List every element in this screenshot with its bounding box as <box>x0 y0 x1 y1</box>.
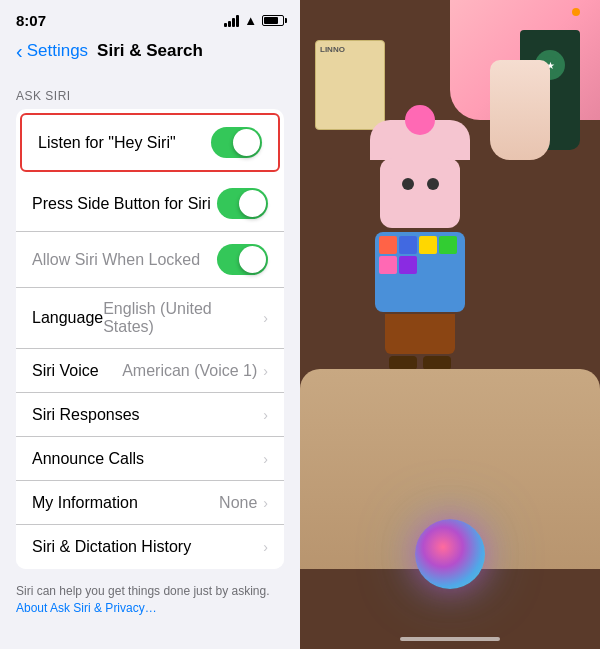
my-information-value: None <box>219 494 257 512</box>
press-side-button-row[interactable]: Press Side Button for Siri <box>16 176 284 232</box>
nav-header: ‹ Settings Siri & Search <box>0 33 300 73</box>
siri-responses-chevron-icon: › <box>263 407 268 423</box>
allow-siri-locked-row[interactable]: Allow Siri When Locked <box>16 232 284 288</box>
home-indicator <box>400 637 500 641</box>
ask-siri-footer-text: Siri can help you get things done just b… <box>16 584 270 598</box>
my-information-label: My Information <box>32 494 138 512</box>
settings-panel: 8:07 ▲ ‹ Settings Siri & Search ASK SIRI… <box>0 0 300 649</box>
status-time: 8:07 <box>16 12 46 29</box>
lego-hat-pom <box>405 105 435 135</box>
siri-voice-label: Siri Voice <box>32 362 99 380</box>
wifi-icon: ▲ <box>244 13 257 28</box>
lego-figure <box>340 120 500 380</box>
back-label: Settings <box>27 41 88 61</box>
language-right: English (United States) › <box>103 300 268 336</box>
listen-hey-siri-toggle[interactable] <box>211 127 262 158</box>
hand-area <box>490 60 570 180</box>
lego-blocks <box>375 232 475 278</box>
signal-icon <box>224 15 239 27</box>
my-information-row[interactable]: My Information None › <box>16 481 284 525</box>
allow-siri-locked-toggle[interactable] <box>217 244 268 275</box>
lego-eyes <box>380 158 460 190</box>
content-from-apple-section-header: CONTENT FROM APPLE <box>0 629 300 642</box>
back-chevron-icon: ‹ <box>16 41 23 61</box>
ask-siri-section-header: ASK SIRI <box>0 73 300 109</box>
siri-dictation-history-chevron-icon: › <box>263 539 268 555</box>
lego-head <box>380 158 460 228</box>
ask-siri-footer: Siri can help you get things done just b… <box>0 577 300 629</box>
siri-dictation-history-label: Siri & Dictation History <box>32 538 191 556</box>
listen-hey-siri-label: Listen for "Hey Siri" <box>38 134 176 152</box>
back-button[interactable]: ‹ Settings <box>16 41 88 61</box>
siri-dictation-history-row[interactable]: Siri & Dictation History › <box>16 525 284 569</box>
lego-legs <box>385 314 455 354</box>
box-area: LINNO <box>315 40 385 130</box>
siri-voice-value: American (Voice 1) <box>122 362 257 380</box>
allow-siri-locked-label: Allow Siri When Locked <box>32 251 200 269</box>
lego-body <box>375 232 465 312</box>
lego-eye-left <box>402 178 414 190</box>
press-side-button-toggle[interactable] <box>217 188 268 219</box>
language-value: English (United States) <box>103 300 257 336</box>
box-label: LINNO <box>316 41 384 58</box>
notification-dot <box>572 8 580 16</box>
lego-feet <box>340 356 500 370</box>
announce-calls-chevron-icon: › <box>263 451 268 467</box>
siri-voice-right: American (Voice 1) › <box>122 362 268 380</box>
language-row[interactable]: Language English (United States) › <box>16 288 284 349</box>
siri-voice-row[interactable]: Siri Voice American (Voice 1) › <box>16 349 284 393</box>
settings-content: ASK SIRI Listen for "Hey Siri" Press Sid… <box>0 73 300 642</box>
siri-orb <box>415 519 485 589</box>
my-information-right: None › <box>219 494 268 512</box>
announce-calls-row[interactable]: Announce Calls › <box>16 437 284 481</box>
page-title: Siri & Search <box>97 41 203 61</box>
siri-voice-chevron-icon: › <box>263 363 268 379</box>
battery-icon <box>262 15 284 26</box>
siri-responses-label: Siri Responses <box>32 406 140 424</box>
language-chevron-icon: › <box>263 310 268 326</box>
my-information-chevron-icon: › <box>263 495 268 511</box>
lego-eye-right <box>427 178 439 190</box>
ask-siri-group: Listen for "Hey Siri" Press Side Button … <box>16 109 284 569</box>
listen-hey-siri-row[interactable]: Listen for "Hey Siri" <box>20 113 280 172</box>
photo-panel: ★ LINNO <box>300 0 600 649</box>
ask-siri-footer-link[interactable]: About Ask Siri & Privacy… <box>16 601 157 615</box>
press-side-button-label: Press Side Button for Siri <box>32 195 211 213</box>
announce-calls-label: Announce Calls <box>32 450 144 468</box>
status-bar: 8:07 ▲ <box>0 0 300 33</box>
language-label: Language <box>32 309 103 327</box>
siri-responses-row[interactable]: Siri Responses › <box>16 393 284 437</box>
status-icons: ▲ <box>224 13 284 28</box>
lego-hat <box>370 120 470 160</box>
